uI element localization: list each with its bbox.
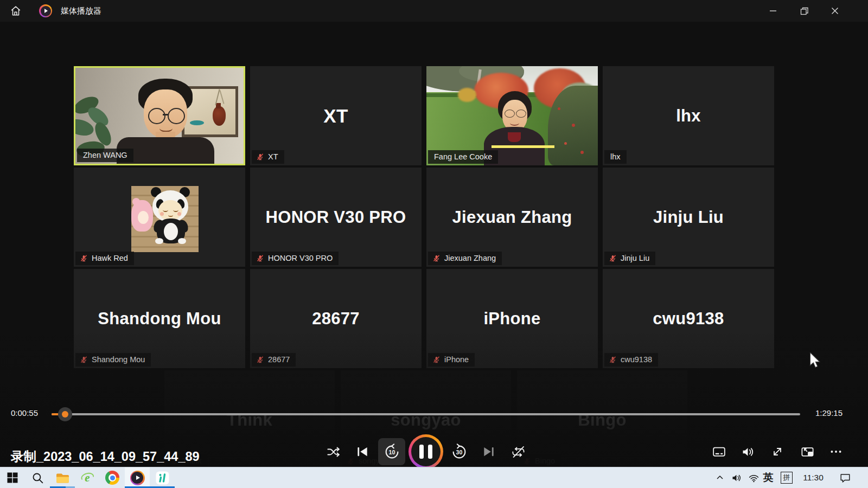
participant-name-label: Zhen WANG	[83, 151, 127, 159]
file-explorer-button[interactable]	[50, 467, 75, 488]
svg-text:30: 30	[456, 449, 462, 455]
close-button[interactable]	[822, 2, 847, 20]
meeting-app-button[interactable]	[150, 467, 175, 488]
titlebar: 媒体播放器	[0, 0, 868, 22]
avatar-image	[131, 186, 199, 252]
shuffle-button[interactable]	[323, 442, 343, 461]
muted-mic-icon	[256, 153, 264, 161]
media-title: 录制_2023_06_14_09_57_44_89	[11, 448, 200, 465]
skip-forward-30-button[interactable]: 30	[449, 442, 469, 461]
window-title: 媒体播放器	[61, 6, 101, 16]
restore-button[interactable]	[792, 2, 816, 20]
browser-e-button[interactable]: e	[75, 467, 100, 488]
next-track-button[interactable]	[479, 442, 499, 461]
chrome-icon	[105, 471, 119, 485]
participant-display-name: lhx	[603, 66, 774, 165]
elapsed-time: 0:00:55	[11, 408, 38, 418]
participant-name-label: Fang Lee Cooke	[434, 152, 492, 161]
video-surface[interactable]: Zhen WANG XT XT	[0, 22, 868, 467]
media-player-taskbar-button[interactable]	[125, 467, 150, 488]
more-options-button[interactable]	[826, 442, 846, 461]
panda-plush	[131, 186, 199, 252]
screen: 媒体播放器	[0, 0, 868, 488]
minimize-button[interactable]	[761, 2, 786, 20]
participant-tile-honor: HONOR V30 PRO HONOR V30 PRO	[250, 168, 422, 267]
ime-language-button[interactable]: 英	[761, 467, 776, 488]
pause-button[interactable]	[409, 434, 443, 469]
taskbar: e 英 拼 11:30	[0, 467, 868, 488]
participant-tile-zhen-wang: Zhen WANG	[74, 66, 245, 165]
home-icon[interactable]	[10, 5, 22, 19]
start-button[interactable]	[0, 467, 25, 488]
media-player-logo	[39, 4, 52, 17]
previous-track-button[interactable]	[353, 442, 372, 461]
search-button[interactable]	[25, 467, 50, 488]
participant-tile-xt: XT XT	[250, 66, 422, 165]
skip-back-10-button[interactable]: 10	[382, 442, 401, 461]
svg-text:10: 10	[388, 449, 395, 455]
participant-name-label: Jiexuan Zhang	[444, 254, 496, 262]
mini-player-button[interactable]	[797, 442, 817, 461]
clock[interactable]: 11:30	[797, 467, 829, 488]
gallery-page-indicator	[492, 145, 554, 148]
total-duration: 1:29:15	[815, 408, 843, 418]
pause-icon	[419, 445, 424, 459]
participant-tile-jiexuan: Jiexuan Zhang Jiexuan Zhang	[426, 168, 598, 267]
seek-bar[interactable]	[52, 413, 800, 415]
muted-mic-icon	[256, 254, 264, 262]
fullscreen-button[interactable]	[768, 442, 787, 461]
participant-name-label: Hawk Red	[92, 254, 128, 262]
media-player-logo	[130, 471, 145, 485]
tray-chevron-button[interactable]	[712, 467, 728, 488]
muted-mic-icon	[432, 254, 441, 262]
tray-volume-button[interactable]	[728, 467, 744, 488]
muted-mic-icon	[609, 254, 617, 262]
wifi-button[interactable]	[745, 467, 762, 488]
participant-tile-hawk-red: Hawk Red	[74, 168, 245, 267]
chrome-button[interactable]	[100, 467, 125, 488]
ime-mode-button[interactable]: 拼	[780, 467, 794, 488]
participant-name-label: XT	[268, 152, 278, 161]
participant-name-label: HONOR V30 PRO	[268, 254, 333, 262]
participant-tile-fang-lee-cooke: Fang Lee Cooke	[426, 66, 598, 165]
muted-mic-icon	[80, 254, 88, 262]
participant-tile-lhx: lhx lhx	[603, 66, 774, 165]
notification-center-button[interactable]	[835, 467, 855, 488]
participant-name-label: Jinju Liu	[621, 254, 649, 262]
seek-thumb[interactable]	[58, 407, 72, 421]
volume-button[interactable]	[738, 442, 757, 461]
participant-tile-jinju: Jinju Liu Jinju Liu	[603, 168, 774, 267]
repeat-off-button[interactable]	[508, 442, 528, 461]
participant-name-label: lhx	[610, 152, 621, 161]
captions-button[interactable]	[709, 442, 729, 461]
